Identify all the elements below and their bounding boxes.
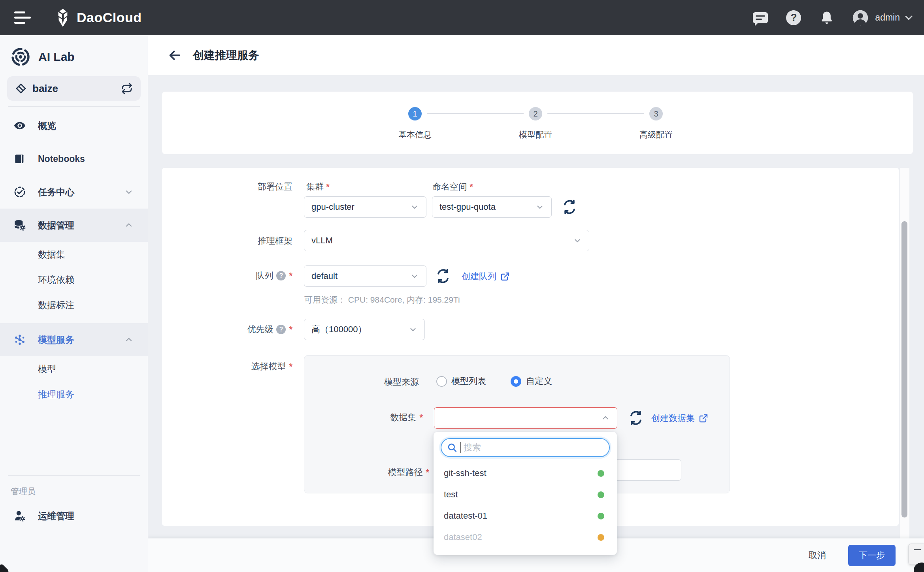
workspace-icon [15,83,27,94]
step-1-circle[interactable]: 1 [408,107,422,120]
custom-radio[interactable] [511,376,521,387]
cluster-select[interactable]: gpu-cluster [304,196,426,218]
queue-resources-hint: 可用资源： CPU: 984Core, 内存: 195.29Ti [304,294,460,305]
corner-artifact [0,563,9,572]
sidebar-item-label: 模型服务 [38,334,74,346]
model-list-radio[interactable] [436,376,447,387]
sidebar-item-notebooks[interactable]: Notebooks [0,142,148,175]
sidebar-item-label: 概览 [38,120,56,132]
chevron-down-icon [905,13,912,20]
custom-radio-label[interactable]: 自定义 [526,375,552,387]
sidebar-subitem-label: 环境依赖 [38,274,74,286]
chevron-down-icon [573,236,582,245]
sidebar: AI Lab baize 概览 [0,35,148,572]
cancel-button[interactable]: 取消 [809,549,826,561]
step-connector [427,113,524,114]
required-mark: * [289,361,292,372]
product-name: AI Lab [38,50,75,64]
sidebar-item-data-management[interactable]: 数据管理 [0,209,148,242]
cluster-label: 集群 * [306,181,330,193]
required-mark: * [289,271,292,281]
sidebar-item-datasets[interactable]: 数据集 [0,242,148,267]
refresh-dataset-icon[interactable] [628,410,643,425]
help-tooltip-icon[interactable]: ? [276,325,286,334]
external-link-icon [500,272,510,281]
top-header: DaoCloud ? admin [0,0,924,35]
queue-label: 队列 ? * [162,270,292,282]
text-cursor [460,442,461,453]
framework-label: 推理框架 [162,235,292,247]
help-icon[interactable]: ? [786,10,801,26]
dataset-option[interactable]: test [434,484,617,505]
required-mark: * [426,467,429,478]
queue-select[interactable]: default [304,265,426,287]
chevron-up-icon [601,414,610,422]
status-dot-orange [598,534,604,541]
avatar [852,9,869,26]
sidebar-item-model-services[interactable]: 模型服务 [0,323,148,356]
sidebar-item-label: 数据管理 [38,219,74,231]
chevron-down-icon [536,203,544,211]
eye-icon [13,119,26,132]
sidebar-item-overview[interactable]: 概览 [0,109,148,142]
help-tooltip-icon[interactable]: ? [276,271,286,280]
step-3-label: 高级配置 [639,129,673,140]
required-mark: * [419,412,423,423]
framework-select[interactable]: vLLM [304,230,589,251]
task-check-icon [13,186,26,198]
chevron-down-icon [410,203,419,211]
scrollbar-thumb[interactable] [901,221,907,517]
create-queue-link[interactable]: 创建队列 [462,271,510,282]
sidebar-item-label: 运维管理 [38,510,74,522]
step-3-circle[interactable]: 3 [649,107,663,120]
admin-section-label: 管理员 [0,476,148,499]
chevron-down-icon [410,272,419,280]
sidebar-item-label: Notebooks [38,154,85,164]
select-model-label: 选择模型 * [162,361,292,373]
sidebar-item-data-annotation[interactable]: 数据标注 [0,292,148,318]
dataset-search-box[interactable] [441,438,610,457]
user-menu[interactable]: admin [852,9,911,26]
required-mark: * [289,324,292,335]
next-step-button[interactable]: 下一步 [848,545,896,566]
daocloud-logo-icon [55,9,71,27]
create-dataset-link[interactable]: 创建数据集 [651,412,708,424]
logo-text: DaoCloud [77,10,142,25]
model-list-radio-label[interactable]: 模型列表 [451,375,486,387]
chevron-up-icon [124,335,134,344]
notifications-bell-icon[interactable] [819,10,835,26]
namespace-select[interactable]: test-gpu-quota [432,196,552,218]
priority-select[interactable]: 高（100000） [304,319,425,340]
sidebar-item-ops-management[interactable]: 运维管理 [0,499,148,532]
hamburger-menu-icon[interactable] [14,10,32,26]
refresh-namespace-icon[interactable] [562,199,577,214]
dataset-select[interactable] [434,407,617,429]
page-title: 创建推理服务 [193,48,259,63]
step-2-label: 模型配置 [519,129,552,140]
database-gear-icon [13,219,26,231]
sidebar-item-inference-services[interactable]: 推理服务 [0,382,148,407]
sidebar-item-task-center[interactable]: 任务中心 [0,175,148,209]
step-1-label: 基本信息 [398,129,432,140]
sidebar-item-env-dependencies[interactable]: 环境依赖 [0,267,148,292]
sidebar-item-models[interactable]: 模型 [0,356,148,382]
step-connector [547,113,644,114]
back-arrow-icon[interactable] [168,48,182,62]
ai-lab-icon [11,47,30,67]
product-header: AI Lab [0,35,148,73]
dataset-option[interactable]: datatest-01 [434,505,617,527]
step-2-circle[interactable]: 2 [529,107,542,120]
workspace-switch-icon[interactable] [121,83,133,94]
workspace-selector[interactable]: baize [7,76,141,101]
dataset-search-input[interactable] [464,442,603,453]
messages-icon[interactable] [752,10,768,26]
edge-floating-widget[interactable] [908,544,924,565]
dataset-option[interactable]: git-ssh-test [434,463,617,484]
workspace-name: baize [32,83,58,95]
refresh-queue-icon[interactable] [436,269,451,284]
sidebar-subitem-label: 推理服务 [38,388,74,401]
status-dot-green [598,470,604,477]
page-header: 创建推理服务 [148,35,924,75]
divider [8,106,140,107]
daocloud-logo[interactable]: DaoCloud [55,9,142,27]
